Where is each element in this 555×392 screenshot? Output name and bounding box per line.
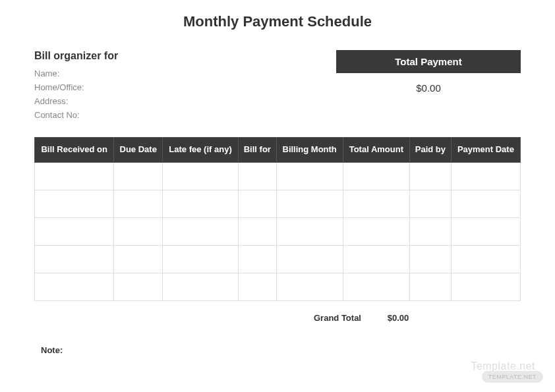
table-row [35,273,521,300]
table-cell[interactable] [276,162,343,190]
table-cell[interactable] [114,162,163,190]
address-field-label: Address: [34,96,285,106]
col-payment-date: Payment Date [451,138,520,163]
header-row: Bill organizer for Name: Home/Office: Ad… [34,50,521,124]
table-cell[interactable] [276,190,343,217]
table-cell[interactable] [114,245,163,273]
page-title: Monthly Payment Schedule [34,13,521,30]
total-payment-header: Total Payment [336,50,521,73]
contact-no-field-label: Contact No: [34,110,285,120]
table-cell[interactable] [239,162,277,190]
table-cell[interactable] [239,217,277,245]
grand-total-row: Grand Total $0.00 [34,306,521,329]
table-cell[interactable] [239,273,277,300]
organizer-section: Bill organizer for Name: Home/Office: Ad… [34,50,285,124]
col-bill-for: Bill for [239,138,277,163]
table-cell[interactable] [409,162,451,190]
table-cell[interactable] [343,162,409,190]
col-billing-month: Billing Month [276,138,343,163]
grand-total-label: Grand Total [307,306,368,329]
table-cell[interactable] [114,217,163,245]
table-cell[interactable] [276,245,343,273]
table-cell[interactable] [409,245,451,273]
table-cell[interactable] [409,190,451,217]
table-cell[interactable] [35,245,114,273]
total-payment-value: $0.00 [336,73,521,103]
table-cell[interactable] [451,162,520,190]
home-office-field-label: Home/Office: [34,82,285,92]
watermark-badge: TEMPLATE.NET [482,371,543,383]
table-cell[interactable] [114,273,163,300]
table-cell[interactable] [35,217,114,245]
table-row [35,245,521,273]
table-cell[interactable] [343,245,409,273]
table-header-row: Bill Received on Due Date Late fee (if a… [35,138,521,163]
table-cell[interactable] [239,245,277,273]
table-cell[interactable] [35,190,114,217]
grand-total-value: $0.00 [368,306,428,329]
table-cell[interactable] [451,273,520,300]
note-label: Note: [41,345,521,355]
table-cell[interactable] [343,190,409,217]
table-cell[interactable] [343,273,409,300]
name-field-label: Name: [34,69,285,78]
col-bill-received: Bill Received on [35,138,114,163]
table-row [35,190,521,217]
table-row [35,162,521,190]
table-cell[interactable] [163,217,239,245]
col-total-amount: Total Amount [343,138,409,163]
table-cell[interactable] [35,162,114,190]
table-cell[interactable] [114,190,163,217]
organizer-header: Bill organizer for [34,50,285,62]
table-cell[interactable] [451,245,520,273]
schedule-table: Bill Received on Due Date Late fee (if a… [34,137,521,301]
table-cell[interactable] [343,217,409,245]
table-cell[interactable] [163,162,239,190]
col-late-fee: Late fee (if any) [163,138,239,163]
total-payment-box: Total Payment $0.00 [336,50,521,103]
table-cell[interactable] [35,273,114,300]
table-cell[interactable] [276,273,343,300]
col-paid-by: Paid by [409,138,451,163]
table-cell[interactable] [451,217,520,245]
table-cell[interactable] [163,273,239,300]
table-cell[interactable] [163,190,239,217]
table-cell[interactable] [409,217,451,245]
table-cell[interactable] [239,190,277,217]
table-row [35,217,521,245]
col-due-date: Due Date [114,138,163,163]
table-cell[interactable] [451,190,520,217]
table-cell[interactable] [163,245,239,273]
table-cell[interactable] [409,273,451,300]
table-cell[interactable] [276,217,343,245]
